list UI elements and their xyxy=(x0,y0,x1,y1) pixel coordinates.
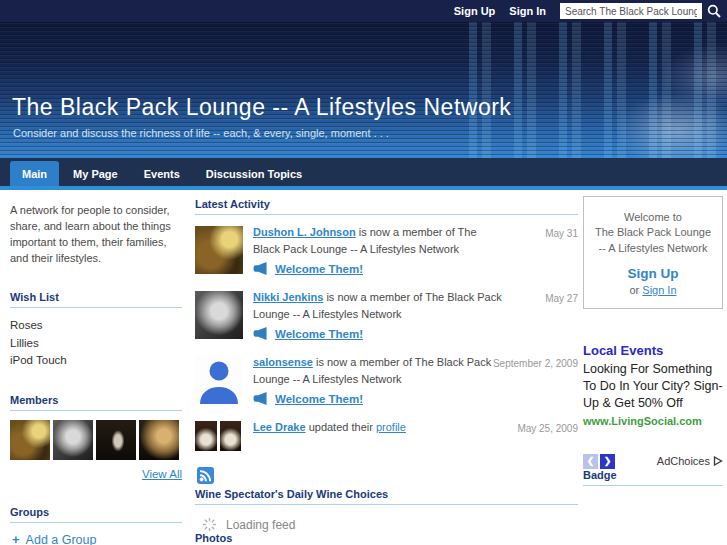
megaphone-icon xyxy=(253,392,268,405)
welcome-them-link[interactable]: Welcome Them! xyxy=(275,328,363,340)
welcome-action: Welcome Them! xyxy=(253,327,578,340)
loading-row: Loading feed xyxy=(202,517,578,532)
member-name-link[interactable]: Lee Drake xyxy=(253,421,306,433)
activity-entry: September 2, 2009salonsense is now a mem… xyxy=(195,354,578,409)
activity-date: May 31 xyxy=(545,228,578,239)
tab-main[interactable]: Main xyxy=(10,161,59,186)
default-avatar-icon xyxy=(195,356,243,404)
member-name-link[interactable]: Nikki Jenkins xyxy=(253,291,323,303)
activity-avatar[interactable] xyxy=(195,421,241,451)
adchoices-icon xyxy=(713,456,723,466)
plus-icon: + xyxy=(12,532,20,545)
activity-text: Dushon L. Johnson is now a member of The… xyxy=(253,224,504,257)
activity-text: Nikki Jenkins is now a member of The Bla… xyxy=(253,289,504,322)
member-name-link[interactable]: salonsense xyxy=(253,356,313,368)
site-tagline: Consider and discuss the richness of lif… xyxy=(13,127,389,139)
site-banner: The Black Pack Lounge -- A Lifestyles Ne… xyxy=(0,22,727,158)
activity-avatar[interactable] xyxy=(195,291,243,339)
badge-heading: Badge xyxy=(583,469,723,486)
ad-title-link[interactable]: Local Events xyxy=(583,343,723,358)
next-arrow-icon[interactable]: ❯ xyxy=(600,454,615,469)
welcome-them-link[interactable]: Welcome Them! xyxy=(275,263,363,275)
ad-unit: Local Events Looking For Something To Do… xyxy=(583,343,723,469)
nav-tabs: MainMy PageEventsDiscussion Topics xyxy=(10,161,314,186)
top-bar: Sign Up Sign In xyxy=(0,0,727,22)
member-thumbs xyxy=(10,420,182,460)
nav-accent-strip xyxy=(0,186,727,190)
profile-link[interactable]: profile xyxy=(376,421,406,433)
activity-text: Lee Drake updated their profile xyxy=(253,419,504,436)
lee-photo-right xyxy=(220,421,242,451)
wishlist-heading: Wish List xyxy=(10,291,182,308)
activity-entry: May 31Dushon L. Johnson is now a member … xyxy=(195,224,578,279)
search-input[interactable] xyxy=(560,3,702,19)
signup-link[interactable]: Sign Up xyxy=(454,5,496,17)
wishlist: RosesLilliesiPod Touch xyxy=(10,317,182,370)
rss-feed-icon[interactable] xyxy=(197,467,214,484)
welcome-box: Welcome to The Black Pack Lounge -- A Li… xyxy=(583,196,723,309)
wishlist-item: iPod Touch xyxy=(10,352,182,370)
welcome-line2: The Black Pack Lounge -- A Lifestyles Ne… xyxy=(592,225,714,256)
adchoices-link[interactable]: AdChoices xyxy=(657,455,723,467)
wishlist-item: Roses xyxy=(10,317,182,335)
member-name-link[interactable]: Dushon L. Johnson xyxy=(253,226,356,238)
megaphone-icon xyxy=(253,327,268,340)
ad-url-link[interactable]: www.LivingSocial.com xyxy=(583,415,723,427)
member-photo-2[interactable] xyxy=(53,420,93,460)
activity-date: September 2, 2009 xyxy=(493,358,578,369)
activity-entry: May 25, 2009Lee Drake updated their prof… xyxy=(195,419,578,451)
add-group-label: Add a Group xyxy=(26,533,97,545)
activity-date: May 25, 2009 xyxy=(517,423,578,434)
ad-arrows: ❮ ❯ xyxy=(583,454,615,469)
member-photo-4[interactable] xyxy=(139,420,179,460)
groups-heading: Groups xyxy=(10,506,182,523)
lee-photo-left xyxy=(195,421,217,451)
right-sidebar: Welcome to The Black Pack Lounge -- A Li… xyxy=(583,196,723,495)
welcome-signup-link[interactable]: Sign Up xyxy=(592,266,714,281)
activity-avatar[interactable] xyxy=(195,226,243,274)
loading-feed-label: Loading feed xyxy=(226,518,295,532)
main-nav: MainMy PageEventsDiscussion Topics xyxy=(0,158,727,186)
view-all-link[interactable]: View All xyxy=(10,468,182,480)
tab-events[interactable]: Events xyxy=(132,161,192,186)
welcome-signin-link[interactable]: Sign In xyxy=(642,284,676,296)
adchoices-label: AdChoices xyxy=(657,455,710,467)
welcome-line1: Welcome to xyxy=(592,210,714,225)
welcome-action: Welcome Them! xyxy=(253,262,578,275)
tab-my-page[interactable]: My Page xyxy=(61,161,130,186)
prev-arrow-icon[interactable]: ❮ xyxy=(583,454,598,469)
spinner-icon xyxy=(202,517,217,532)
ad-body-text: Looking For Something To Do In Your City… xyxy=(583,361,723,412)
megaphone-icon xyxy=(253,262,268,275)
member-photo-3[interactable] xyxy=(96,420,136,460)
activity-entry: May 27Nikki Jenkins is now a member of T… xyxy=(195,289,578,344)
member-photo-1[interactable] xyxy=(10,420,50,460)
wishlist-item: Lillies xyxy=(10,335,182,353)
ad-controls: ❮ ❯ AdChoices xyxy=(583,454,723,469)
rss-row xyxy=(197,467,578,488)
photos-heading: Photos xyxy=(195,532,578,545)
welcome-action: Welcome Them! xyxy=(253,392,578,405)
add-group-link[interactable]: + Add a Group xyxy=(12,532,182,545)
page: Sign Up Sign In The Black Pack Lounge --… xyxy=(0,0,727,545)
activity-avatar[interactable] xyxy=(195,356,243,404)
activity-feed: May 31Dushon L. Johnson is now a member … xyxy=(195,224,578,451)
activity-text: salonsense is now a member of The Black … xyxy=(253,354,504,387)
network-description: A network for people to consider, share,… xyxy=(10,203,182,267)
signin-link[interactable]: Sign In xyxy=(509,5,546,17)
welcome-or-line: or Sign In xyxy=(592,284,714,296)
main-column: Latest Activity May 31Dushon L. Johnson … xyxy=(195,198,578,545)
members-heading: Members xyxy=(10,394,182,411)
activity-date: May 27 xyxy=(545,293,578,304)
wine-feed-heading: Wine Spectator's Daily Wine Choices xyxy=(195,488,578,505)
welcome-them-link[interactable]: Welcome Them! xyxy=(275,393,363,405)
or-label: or xyxy=(629,284,639,296)
site-title: The Black Pack Lounge -- A Lifestyles Ne… xyxy=(12,94,511,121)
magnifier-icon[interactable] xyxy=(707,4,721,18)
latest-activity-heading: Latest Activity xyxy=(195,198,578,215)
tab-discussion-topics[interactable]: Discussion Topics xyxy=(194,161,314,186)
left-sidebar: A network for people to consider, share,… xyxy=(10,201,182,545)
search-area xyxy=(560,3,721,19)
